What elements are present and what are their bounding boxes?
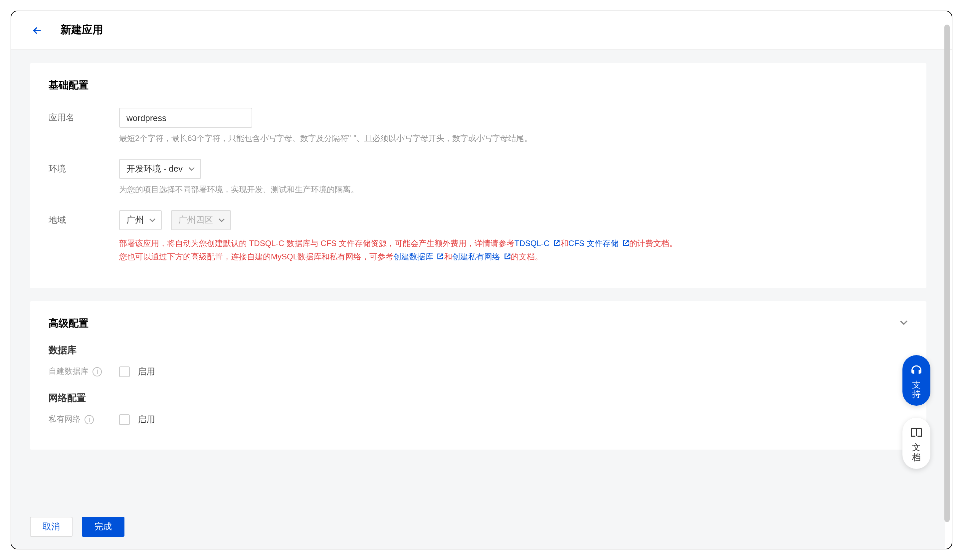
advanced-config-title: 高级配置 — [49, 317, 89, 330]
row-custom-db: 自建数据库 i 启用 — [49, 366, 908, 378]
region-selected: 广州 — [126, 214, 144, 226]
basic-config-card: 基础配置 应用名 最短2个字符，最长63个字符，只能包含小写字母、数字及分隔符"… — [30, 63, 926, 288]
scrollbar[interactable] — [944, 24, 950, 522]
label-custom-db: 自建数据库 — [49, 366, 89, 377]
region-select[interactable]: 广州 — [119, 210, 162, 230]
external-link-icon — [503, 253, 511, 261]
footer-actions: 取消 完成 — [11, 506, 945, 549]
finish-button[interactable]: 完成 — [82, 517, 125, 537]
link-create-vpc[interactable]: 创建私有网络 — [452, 252, 511, 262]
label-vpc: 私有网络 — [49, 414, 81, 425]
environment-select[interactable]: 开发环境 - dev — [119, 159, 201, 179]
row-region: 地域 广州 广州四区 — [49, 210, 908, 264]
arrow-left-icon — [31, 24, 43, 36]
link-tdsqlc[interactable]: TDSQL-C — [514, 239, 560, 248]
info-icon[interactable]: i — [84, 415, 94, 424]
label-app-name: 应用名 — [49, 108, 119, 124]
external-link-icon — [553, 240, 560, 247]
database-section-title: 数据库 — [49, 345, 908, 356]
basic-config-title: 基础配置 — [49, 79, 908, 92]
cancel-button[interactable]: 取消 — [30, 517, 73, 537]
custom-db-checkbox[interactable] — [119, 366, 130, 377]
app-name-input[interactable] — [119, 108, 252, 128]
zone-select[interactable]: 广州四区 — [171, 210, 231, 230]
custom-db-checkbox-label: 启用 — [138, 366, 155, 376]
row-vpc: 私有网络 i 启用 — [49, 414, 908, 426]
environment-helper: 为您的项目选择不同部署环境，实现开发、测试和生产环境的隔离。 — [119, 184, 908, 196]
caret-down-icon — [188, 166, 195, 172]
environment-selected: 开发环境 - dev — [126, 163, 183, 175]
label-region: 地域 — [49, 210, 119, 226]
zone-selected: 广州四区 — [178, 214, 213, 226]
app-name-helper: 最短2个字符，最长63个字符，只能包含小写字母、数字及分隔符"-"、且必须以小写… — [119, 133, 908, 144]
info-icon[interactable]: i — [92, 367, 102, 376]
back-button[interactable] — [30, 23, 45, 37]
docs-button[interactable]: 文档 — [903, 418, 931, 469]
caret-down-icon — [149, 217, 156, 223]
external-link-icon — [622, 240, 629, 247]
link-create-db[interactable]: 创建数据库 — [393, 252, 444, 262]
page-title: 新建应用 — [60, 23, 103, 37]
collapse-toggle[interactable] — [900, 318, 908, 329]
external-link-icon — [437, 253, 444, 261]
book-icon — [910, 426, 923, 439]
support-button[interactable]: 支持 — [903, 355, 931, 406]
vpc-checkbox[interactable] — [119, 414, 130, 425]
floating-buttons: 支持 文档 — [903, 355, 931, 469]
network-section-title: 网络配置 — [49, 392, 908, 405]
headset-icon — [910, 363, 923, 376]
content-area: 基础配置 应用名 最短2个字符，最长63个字符，只能包含小写字母、数字及分隔符"… — [11, 50, 945, 549]
caret-down-icon — [218, 217, 225, 223]
row-environment: 环境 开发环境 - dev 为您的项目选择不同部署环境，实现开发、测试和生产环境… — [49, 159, 908, 205]
page-header: 新建应用 — [11, 11, 952, 50]
row-app-name: 应用名 最短2个字符，最长63个字符，只能包含小写字母、数字及分隔符"-"、且必… — [49, 108, 908, 154]
vpc-checkbox-label: 启用 — [138, 414, 155, 424]
advanced-config-card: 高级配置 数据库 自建数据库 i 启用 网络配置 私有网络 — [30, 301, 926, 450]
region-warning: 部署该应用，将自动为您创建默认的 TDSQL-C 数据库与 CFS 文件存储资源… — [119, 237, 908, 264]
link-cfs[interactable]: CFS 文件存储 — [568, 239, 629, 248]
label-environment: 环境 — [49, 159, 119, 175]
